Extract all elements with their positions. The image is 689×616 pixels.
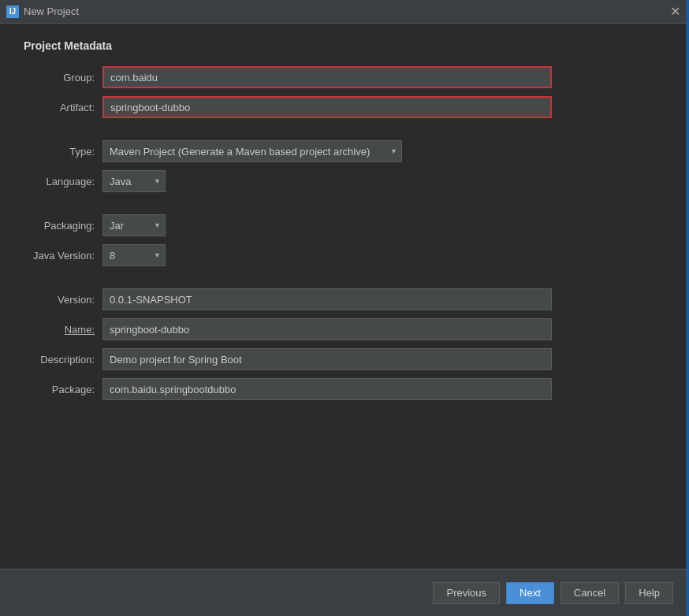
dialog-title: New Project xyxy=(24,6,79,17)
packaging-select[interactable]: Jar War xyxy=(102,214,166,236)
type-select-wrapper: Maven Project (Generate a Maven based pr… xyxy=(102,140,402,162)
type-row: Type: Maven Project (Generate a Maven ba… xyxy=(24,140,665,162)
dialog-footer: Previous Next Cancel Help xyxy=(0,569,689,616)
version-input[interactable] xyxy=(102,288,552,310)
app-icon: IJ xyxy=(6,6,19,18)
spacer-1 xyxy=(24,200,665,206)
title-bar: IJ New Project ✕ xyxy=(0,0,689,24)
new-project-dialog: IJ New Project ✕ Project Metadata Group:… xyxy=(0,0,689,616)
section-title: Project Metadata xyxy=(24,39,665,52)
language-row: Language: Java Kotlin Groovy xyxy=(24,170,665,192)
title-bar-left: IJ New Project xyxy=(6,6,79,18)
type-label: Type: xyxy=(24,146,102,158)
language-select-wrapper: Java Kotlin Groovy xyxy=(102,170,166,192)
java-version-label: Java Version: xyxy=(24,250,102,262)
version-label: Version: xyxy=(24,294,102,306)
type-row-spacer xyxy=(24,126,665,132)
group-label: Group: xyxy=(24,72,102,83)
version-row: Version: xyxy=(24,288,665,310)
artifact-row: Artifact: xyxy=(24,96,665,118)
cancel-button[interactable]: Cancel xyxy=(561,582,619,604)
name-label: Name: xyxy=(24,324,102,336)
right-edge-accent xyxy=(686,0,689,616)
artifact-input[interactable] xyxy=(102,96,552,118)
close-button[interactable]: ✕ xyxy=(667,4,683,20)
artifact-label: Artifact: xyxy=(24,102,102,113)
packaging-select-wrapper: Jar War xyxy=(102,214,166,236)
description-row: Description: xyxy=(24,348,665,370)
package-row: Package: xyxy=(24,378,665,400)
java-version-select-wrapper: 8 11 17 21 xyxy=(102,244,166,266)
java-version-row: Java Version: 8 11 17 21 xyxy=(24,244,665,266)
packaging-label: Packaging: xyxy=(24,220,102,232)
packaging-row: Packaging: Jar War xyxy=(24,214,665,236)
language-label: Language: xyxy=(24,176,102,187)
group-input[interactable] xyxy=(102,66,552,88)
java-version-select[interactable]: 8 11 17 21 xyxy=(102,244,166,266)
description-label: Description: xyxy=(24,354,102,366)
package-input[interactable] xyxy=(102,378,552,400)
help-button[interactable]: Help xyxy=(625,582,673,604)
type-select[interactable]: Maven Project (Generate a Maven based pr… xyxy=(102,140,402,162)
dialog-content: Project Metadata Group: Artifact: Type: … xyxy=(0,24,689,569)
spacer-2 xyxy=(24,274,665,280)
language-select[interactable]: Java Kotlin Groovy xyxy=(102,170,166,192)
name-row: Name: xyxy=(24,318,665,340)
group-row: Group: xyxy=(24,66,665,88)
package-label: Package: xyxy=(24,384,102,395)
name-input[interactable] xyxy=(102,318,552,340)
description-input[interactable] xyxy=(102,348,552,370)
next-button[interactable]: Next xyxy=(506,582,554,604)
previous-button[interactable]: Previous xyxy=(433,582,500,604)
